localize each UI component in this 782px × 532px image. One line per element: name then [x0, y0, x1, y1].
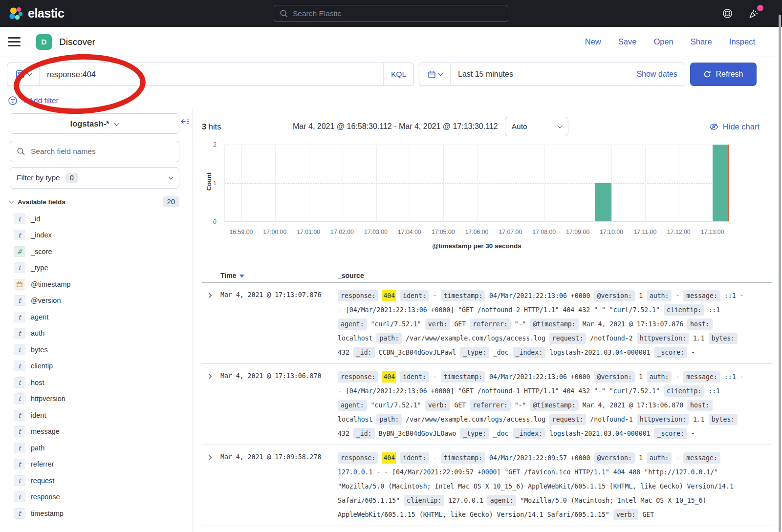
field-chip: message:: [683, 371, 720, 383]
field-item-auth[interactable]: tauth: [10, 325, 179, 342]
field-name: httpversion: [31, 395, 65, 403]
field-value: localhost: [338, 335, 372, 342]
field-value: 432: [338, 349, 349, 356]
field-search-input[interactable]: Search field names: [10, 141, 179, 162]
query-input[interactable]: response:404: [40, 63, 383, 85]
field-name: response: [31, 493, 60, 501]
filter-icon[interactable]: [8, 96, 18, 106]
chart-bar[interactable]: [595, 183, 611, 222]
field-value: GET: [454, 402, 466, 409]
field-item-request[interactable]: trequest: [10, 472, 179, 489]
field-item-@version[interactable]: t@version: [10, 293, 179, 309]
available-fields-count: 20: [163, 196, 179, 207]
x-axis-label: @timestamp per 30 seconds: [224, 242, 729, 250]
query-text: response:404: [47, 70, 96, 79]
field-item-httpversion[interactable]: thttpversion: [10, 391, 179, 407]
field-item-ident[interactable]: tident: [10, 407, 179, 424]
row-source: response: 404 ident: - timestamp: 04/Mar…: [338, 370, 772, 441]
nav-action-open[interactable]: Open: [653, 37, 673, 46]
available-fields-header[interactable]: Available fields 20: [10, 196, 179, 207]
filter-by-type-select[interactable]: Filter by type 0: [10, 167, 179, 189]
field-name: _id: [31, 215, 40, 223]
field-item-message[interactable]: tmessage: [10, 424, 179, 440]
time-range-value[interactable]: Last 15 minutes: [458, 70, 513, 79]
divider: [29, 27, 29, 57]
text-field-icon: t: [14, 328, 25, 339]
field-item-clientip[interactable]: tclientip: [10, 358, 179, 375]
index-pattern-select[interactable]: logstash-*: [10, 113, 179, 134]
chart-bar[interactable]: [713, 145, 729, 221]
v-gridline: [376, 145, 377, 221]
table-header: Time _source: [202, 268, 772, 283]
field-name: host: [31, 379, 44, 386]
date-picker-quick-menu[interactable]: [419, 63, 451, 85]
field-item-referrer[interactable]: treferrer: [10, 456, 179, 473]
time-column-header[interactable]: Time: [220, 272, 338, 279]
elastic-logo[interactable]: elastic: [9, 6, 64, 21]
table-row: Mar 4, 2021 @ 17:13:06.870response: 404 …: [202, 364, 772, 445]
field-chip: _id:: [353, 347, 375, 358]
refresh-button[interactable]: Refresh: [690, 63, 757, 86]
add-filter-link[interactable]: + Add filter: [22, 96, 59, 105]
field-value: ::1: [708, 306, 720, 314]
x-tick-label: 17:05:00: [432, 229, 455, 235]
v-gridline: [578, 145, 578, 221]
field-name: @version: [31, 297, 61, 304]
field-value: 1.1: [693, 416, 705, 423]
interval-select[interactable]: Auto: [505, 117, 568, 136]
field-value: 432: [338, 430, 349, 437]
field-chip: response:: [338, 371, 378, 383]
field-name: ident: [31, 411, 46, 419]
field-chip: clientip:: [404, 495, 444, 506]
field-item-bytes[interactable]: tbytes: [10, 341, 179, 358]
expand-row-icon[interactable]: [202, 370, 220, 382]
row-timestamp: Mar 4, 2021 @ 17:13:06.870: [220, 370, 338, 380]
show-dates-link[interactable]: Show dates: [636, 70, 677, 79]
row-source: response: 404 ident: - timestamp: 04/Mar…: [338, 289, 772, 360]
field-value: 1: [639, 454, 643, 462]
field-item-timestamp[interactable]: ttimestamp: [10, 505, 179, 522]
nav-action-inspect[interactable]: Inspect: [729, 37, 755, 46]
scrollbar-thumb[interactable]: [779, 15, 781, 532]
field-chip: timestamp:: [441, 452, 485, 464]
field-value: "-": [515, 320, 526, 328]
field-value: 1: [639, 373, 643, 381]
v-gridline: [443, 145, 444, 221]
collapse-sidebar-icon[interactable]: [179, 116, 190, 128]
field-chip: _score:: [654, 428, 687, 439]
x-tick-label: 17:10:00: [600, 229, 623, 235]
expand-row-icon[interactable]: [202, 451, 220, 463]
field-item-_index[interactable]: t_index: [10, 227, 179, 244]
field-item-_type[interactable]: t_type: [10, 260, 179, 277]
app-badge[interactable]: D: [36, 34, 52, 50]
nav-action-new[interactable]: New: [585, 37, 601, 46]
saved-query-menu-button[interactable]: [7, 63, 40, 85]
field-value: Mar 4, 2021 @ 17:13:06.870: [583, 402, 683, 409]
hide-chart-link[interactable]: Hide chart: [709, 122, 760, 131]
field-item-_id[interactable]: t_id: [10, 211, 179, 227]
expand-row-icon[interactable]: [202, 289, 220, 300]
field-chip: message:: [683, 452, 720, 464]
field-item-agent[interactable]: tagent: [10, 309, 179, 325]
query-language-button[interactable]: KQL: [383, 63, 413, 85]
search-icon: [17, 147, 25, 156]
nav-action-save[interactable]: Save: [618, 37, 637, 46]
field-item-@timestamp[interactable]: @timestamp: [10, 276, 179, 293]
field-item-_score[interactable]: #_score: [10, 243, 179, 260]
help-icon[interactable]: [722, 8, 733, 19]
field-value: -: [691, 349, 695, 356]
field-name: path: [31, 444, 44, 452]
field-item-path[interactable]: tpath: [10, 440, 179, 456]
field-chip: @version:: [594, 371, 634, 383]
text-field-icon: t: [14, 491, 25, 502]
chevron-down-icon: [169, 175, 174, 180]
nav-actions: NewSaveOpenShareInspect: [585, 37, 782, 46]
field-chip: referrer:: [470, 319, 510, 330]
global-search-input[interactable]: Search Elastic: [274, 5, 508, 22]
field-item-host[interactable]: thost: [10, 374, 179, 391]
newsfeed-icon[interactable]: [748, 8, 760, 20]
nav-action-share[interactable]: Share: [691, 37, 712, 46]
field-item-response[interactable]: tresponse: [10, 489, 179, 506]
menu-icon[interactable]: [8, 37, 21, 46]
field-chip: verb:: [613, 509, 639, 520]
